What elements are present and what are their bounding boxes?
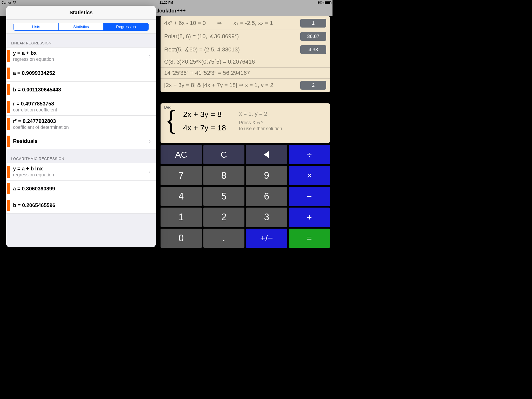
battery-percent: 80% [317,1,324,4]
backspace-icon [264,151,269,158]
history-expression: C(8, 3)×0.25³×(0.75ˆ5) = 0.2076416 [164,58,326,65]
equation-2: 4x + 7y = 18 [183,123,226,132]
key-divide[interactable]: ÷ [289,145,330,164]
cell-subtitle: correlation coefficient [13,107,152,113]
battery-icon [325,1,331,4]
key-decimal[interactable]: . [203,229,245,248]
cell-title: r = 0.4977853758 [13,101,152,107]
brace-icon: { [164,109,178,132]
key-backspace[interactable] [246,145,287,164]
color-stripe [7,50,10,62]
key-0[interactable]: 0 [161,229,202,248]
correlation-r-row[interactable]: r = 0.4977853758 correlation coefficient [6,98,156,115]
key-2[interactable]: 2 [203,208,245,227]
cell-title: a = 0.3060390899 [13,186,152,192]
chevron-right-icon: › [149,168,151,175]
history-badge[interactable]: 1 [300,19,326,28]
hint-line-2: to use either solution [239,126,282,131]
color-stripe [7,118,10,130]
history-expression: Rect(5, ∡60) = (2.5, 4.33013) [164,46,298,53]
regression-equation-row[interactable]: y = a + bx regression equation › [6,47,156,65]
carrier-label: Carrier [2,1,11,4]
key-c[interactable]: C [203,145,245,164]
cell-title: Residuals [13,138,149,144]
segment-lists[interactable]: Lists [14,23,58,30]
key-1[interactable]: 1 [161,208,202,227]
key-7[interactable]: 7 [161,166,202,185]
coefficient-b-row[interactable]: b = 0.001130645448 [6,81,156,98]
key-9[interactable]: 9 [246,166,287,185]
color-stripe [7,183,10,194]
statistics-popover: Statistics Lists Statistics Regression L… [6,6,156,247]
status-bar: Carrier 11:20 PM 80% [0,0,332,5]
key-8[interactable]: 8 [203,166,245,185]
angle-mode-label: Deg [164,105,326,109]
cell-subtitle: regression equation [13,172,149,178]
hint-line-1: Press X ⇔Y [239,120,264,125]
r-squared-row[interactable]: r² = 0.2477902803 coefficient of determi… [6,115,156,133]
key-plusminus[interactable]: +/− [246,229,287,248]
coefficient-a-row[interactable]: a = 0.9099334252 [6,65,156,81]
cell-subtitle: regression equation [13,57,149,62]
segmented-control: Lists Statistics Regression [14,23,149,31]
segment-regression[interactable]: Regression [103,23,148,30]
popover-title: Statistics [6,6,156,20]
color-stripe [7,166,10,178]
residuals-row[interactable]: Residuals › [6,133,156,149]
history-expression: 14°25′36″ + 41°52′3″ = 56.294167 [164,70,326,76]
key-ac[interactable]: AC [161,145,202,164]
key-5[interactable]: 5 [203,187,245,206]
popover-scroll[interactable]: LINEAR REGRESSION y = a + bx regression … [6,34,156,247]
keypad: AC C ÷ 7 8 9 × 4 5 6 − 1 2 3 + 0 . +/− = [161,145,330,248]
section-header-log: LOGARITHMIC REGRESSION [6,149,156,163]
history-row[interactable]: Polar(8, 6) = (10, ∡36.8699°) 36.87 [161,30,330,43]
history-row[interactable]: 4x² + 6x - 10 = 0 ⇒ x₁ = -2.5, x₂ = 1 1 [161,17,330,30]
color-stripe [7,84,10,95]
key-4[interactable]: 4 [161,187,202,206]
history-row[interactable]: C(8, 3)×0.25³×(0.75ˆ5) = 0.2076416 [161,56,330,68]
history-expression: 4x² + 6x - 10 = 0 ⇒ x₁ = -2.5, x₂ = 1 [164,20,298,26]
history-row[interactable]: Rect(5, ∡60) = (2.5, 4.33013) 4.33 [161,43,330,56]
cell-title: b = 0.2065465596 [13,202,152,208]
segment-statistics[interactable]: Statistics [58,23,103,30]
section-header-linear: LINEAR REGRESSION [6,34,156,47]
chevron-right-icon: › [149,53,151,59]
key-3[interactable]: 3 [246,208,287,227]
history-badge[interactable]: 2 [300,81,326,90]
history-panel: 4x² + 6x - 10 = 0 ⇒ x₁ = -2.5, x₂ = 1 1 … [161,16,330,92]
history-expression: [2x + 3y = 8] & [4x + 7y = 18] ⇒ x = 1, … [164,82,298,89]
color-stripe [7,101,10,113]
color-stripe [7,68,10,79]
history-badge[interactable]: 36.87 [300,32,326,41]
history-row[interactable]: [2x + 3y = 8] & [4x + 7y = 18] ⇒ x = 1, … [161,79,330,92]
history-badge[interactable]: 4.33 [300,45,326,54]
key-equals[interactable]: = [289,229,330,248]
key-6[interactable]: 6 [246,187,287,206]
log-b-row[interactable]: b = 0.2065465596 [6,197,156,214]
log-equation-row[interactable]: y = a + b lnx regression equation › [6,163,156,180]
history-expression: Polar(8, 6) = (10, ∡36.8699°) [164,33,298,40]
wifi-icon [13,1,16,4]
color-stripe [7,200,10,211]
clock-label: 11:20 PM [159,1,173,4]
cell-title: a = 0.9099334252 [13,70,152,76]
key-multiply[interactable]: × [289,166,330,185]
current-expression-panel: Deg { 2x + 3y = 8 4x + 7y = 18 x = 1, y … [161,103,330,143]
solution-label: x = 1, y = 2 [239,110,282,117]
cell-title: y = a + b lnx [13,166,149,172]
cell-title: r² = 0.2477902803 [13,118,152,124]
cell-title: y = a + bx [13,50,149,56]
cell-title: b = 0.001130645448 [13,87,152,93]
cell-subtitle: coefficient of determination [13,125,152,130]
segmented-control-bar: Lists Statistics Regression [6,20,156,34]
chevron-right-icon: › [149,138,151,145]
log-a-row[interactable]: a = 0.3060390899 [6,180,156,197]
equation-1: 2x + 3y = 8 [183,110,226,119]
color-stripe [7,136,10,147]
history-row[interactable]: 14°25′36″ + 41°52′3″ = 56.294167 [161,68,330,79]
key-minus[interactable]: − [289,187,330,206]
key-plus[interactable]: + [289,208,330,227]
